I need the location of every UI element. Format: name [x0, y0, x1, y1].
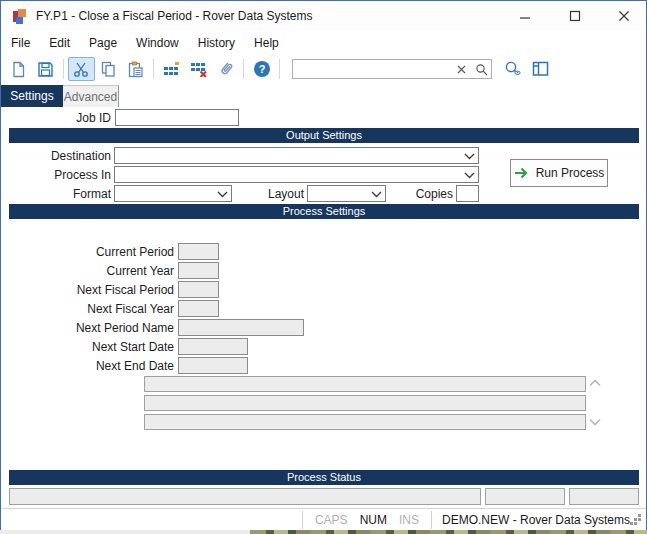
toolbar-separator — [153, 59, 154, 79]
chevron-up-icon — [589, 379, 601, 387]
menu-bar: File Edit Page Window History Help — [1, 31, 646, 54]
insert-detail-button[interactable] — [158, 57, 185, 81]
minimize-icon — [519, 10, 531, 22]
process-status-field-2 — [485, 488, 565, 505]
current-year-label: Current Year — [21, 264, 174, 278]
run-process-button[interactable]: Run Process — [510, 159, 608, 187]
tab-advanced[interactable]: Advanced — [63, 85, 119, 107]
minimize-button[interactable] — [502, 1, 548, 31]
resize-grip[interactable] — [638, 522, 641, 525]
chevron-down-icon — [464, 172, 475, 179]
clear-search-button[interactable] — [451, 65, 471, 74]
toolbar-separator — [243, 59, 244, 79]
status-separator — [302, 511, 303, 529]
delete-detail-button[interactable] — [185, 57, 212, 81]
job-id-input[interactable] — [115, 109, 239, 126]
panel-layout-button[interactable] — [527, 57, 554, 81]
search-input[interactable] — [293, 61, 451, 77]
desktop-texture — [250, 530, 647, 534]
tab-settings[interactable]: Settings — [1, 85, 63, 107]
new-document-button[interactable] — [5, 57, 32, 81]
tab-strip: Settings Advanced — [1, 85, 646, 107]
insert-detail-icon — [163, 61, 181, 77]
layout-select[interactable] — [307, 185, 386, 202]
cut-icon — [73, 61, 90, 78]
window-title: FY.P1 - Close a Fiscal Period - Rover Da… — [36, 9, 313, 23]
copy-icon — [100, 61, 117, 78]
copy-button[interactable] — [95, 57, 122, 81]
panel-layout-icon — [532, 61, 550, 77]
copies-label: Copies — [396, 187, 453, 201]
cut-button[interactable] — [68, 57, 95, 81]
record-view-icon — [504, 60, 523, 78]
next-start-date-field — [178, 338, 248, 355]
scroll-up-button[interactable] — [588, 376, 602, 390]
attachment-icon — [213, 56, 238, 81]
toolbar-separator — [279, 59, 280, 79]
desktop-background — [0, 530, 647, 534]
caps-indicator: CAPS — [315, 513, 348, 527]
svg-text:?: ? — [258, 63, 265, 75]
menu-history[interactable]: History — [198, 36, 235, 50]
screen: FY.P1 - Close a Fiscal Period - Rover Da… — [0, 0, 647, 534]
help-button[interactable]: ? — [248, 57, 275, 81]
toolbar-separator — [63, 59, 64, 79]
process-in-label: Process In — [11, 168, 111, 182]
process-settings-header: Process Settings — [9, 204, 639, 219]
next-start-date-label: Next Start Date — [21, 340, 174, 354]
title-bar[interactable]: FY.P1 - Close a Fiscal Period - Rover Da… — [1, 1, 646, 31]
next-period-name-label: Next Period Name — [21, 321, 174, 335]
current-year-field — [178, 262, 219, 279]
process-status-message-field — [9, 488, 481, 505]
menu-file[interactable]: File — [11, 36, 30, 50]
app-icon — [12, 8, 29, 25]
next-fiscal-period-field — [178, 281, 219, 298]
current-period-label: Current Period — [21, 245, 174, 259]
menu-window[interactable]: Window — [136, 36, 179, 50]
scroll-down-button[interactable] — [588, 415, 602, 429]
output-settings-header: Output Settings — [9, 128, 639, 143]
close-button[interactable] — [601, 1, 647, 31]
log-row — [144, 376, 586, 392]
maximize-button[interactable] — [552, 1, 598, 31]
destination-select[interactable] — [114, 147, 479, 164]
chevron-down-icon — [464, 153, 475, 160]
next-fiscal-period-label: Next Fiscal Period — [21, 283, 174, 297]
search-box[interactable] — [292, 59, 492, 79]
num-indicator: NUM — [360, 513, 387, 527]
ins-indicator: INS — [399, 513, 419, 527]
destination-label: Destination — [11, 149, 111, 163]
log-row — [144, 414, 586, 430]
menu-page[interactable]: Page — [89, 36, 117, 50]
paste-icon — [127, 61, 144, 78]
chevron-down-icon — [217, 191, 228, 198]
next-fiscal-year-field — [178, 300, 219, 317]
next-period-name-field — [178, 319, 304, 336]
chevron-down-icon — [589, 418, 601, 426]
process-status-header: Process Status — [9, 470, 639, 485]
current-period-field — [178, 243, 219, 260]
status-bar: CAPS NUM INS DEMO.NEW - Rover Data Syste… — [1, 508, 646, 530]
copies-input[interactable] — [456, 185, 479, 202]
search-button[interactable] — [471, 63, 491, 76]
process-status-field-3 — [569, 488, 639, 505]
process-in-select[interactable] — [114, 166, 479, 183]
app-window: FY.P1 - Close a Fiscal Period - Rover Da… — [0, 0, 647, 530]
help-icon: ? — [253, 60, 271, 78]
attachment-button[interactable] — [212, 57, 239, 81]
job-id-label: Job ID — [13, 111, 111, 125]
record-view-button[interactable] — [500, 57, 527, 81]
next-fiscal-year-label: Next Fiscal Year — [21, 302, 174, 316]
save-button[interactable] — [32, 57, 59, 81]
menu-help[interactable]: Help — [254, 36, 279, 50]
format-select[interactable] — [114, 185, 232, 202]
menu-edit[interactable]: Edit — [49, 36, 70, 50]
run-arrow-icon — [514, 166, 530, 180]
log-row — [144, 395, 586, 411]
paste-button[interactable] — [122, 57, 149, 81]
session-info: DEMO.NEW - Rover Data Systems — [442, 513, 630, 527]
chevron-down-icon — [371, 191, 382, 198]
delete-detail-icon — [190, 61, 208, 77]
toolbar: ? — [1, 54, 646, 84]
layout-label: Layout — [246, 187, 304, 201]
